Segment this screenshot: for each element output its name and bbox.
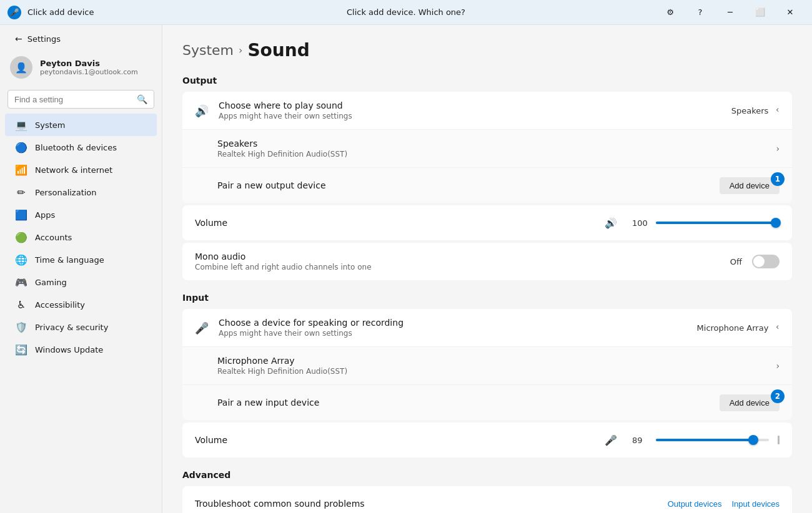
sidebar-item-time[interactable]: 🌐 Time & language (5, 248, 157, 271)
volume-icon: 🔊 (605, 217, 617, 229)
mono-audio-subtitle: Combine left and right audio channels in… (195, 263, 723, 271)
output-card: 🔊 Choose where to play sound Apps might … (182, 92, 792, 203)
choose-input-right: Microphone Array › (697, 323, 780, 333)
sidebar-item-update[interactable]: 🔄 Windows Update (5, 338, 157, 361)
input-volume-row[interactable]: Volume 🎤 89 (182, 423, 792, 457)
sidebar-item-label-accessibility: Accessibility (35, 300, 85, 310)
mic-array-subtitle: Realtek High Definition Audio(SST) (217, 367, 776, 376)
output-volume-slider[interactable] (656, 222, 780, 224)
speakers-subtitle: Realtek High Definition Audio(SST) (217, 150, 776, 159)
speakers-title: Speakers (217, 139, 776, 149)
choose-output-content: Choose where to play sound Apps might ha… (219, 100, 724, 120)
bluetooth-icon: 🔵 (15, 141, 27, 154)
add-input-badge-wrapper: Add device 2 (720, 394, 780, 411)
breadcrumb: System › Sound (182, 40, 792, 61)
input-chevron-up-icon: › (776, 323, 780, 333)
output-devices-link[interactable]: Output devices (668, 499, 722, 509)
speakers-label: Speakers (731, 106, 769, 115)
mono-audio-card: Mono audio Combine left and right audio … (182, 243, 792, 280)
choose-output-row[interactable]: 🔊 Choose where to play sound Apps might … (182, 92, 792, 130)
input-volume-card: Volume 🎤 89 (182, 423, 792, 457)
input-devices-link[interactable]: Input devices (731, 499, 780, 509)
breadcrumb-system[interactable]: System (182, 42, 234, 58)
output-volume-row[interactable]: Volume 🔊 100 (182, 205, 792, 240)
avatar: 👤 (10, 56, 32, 79)
settings-icon-btn[interactable]: ⚙ (656, 2, 685, 23)
output-volume-right: 🔊 100 (605, 217, 780, 229)
mono-audio-right: Off (730, 255, 780, 268)
main-content: System › Sound Output 🔊 Choose where to … (162, 25, 812, 513)
advanced-card: Troubleshoot common sound problems Outpu… (182, 486, 792, 513)
back-to-settings[interactable]: ← Settings (5, 30, 157, 47)
sidebar-item-accessibility[interactable]: ♿ Accessibility (5, 293, 157, 316)
sidebar-item-label-time: Time & language (35, 255, 104, 265)
speakers-row[interactable]: Speakers Realtek High Definition Audio(S… (182, 130, 792, 168)
minimize-btn[interactable]: ─ (716, 2, 745, 23)
settings-back-label: Settings (27, 34, 61, 44)
app-title: Click add device (27, 7, 94, 17)
advanced-section-title: Advanced (182, 470, 792, 480)
output-volume-value: 100 (632, 218, 651, 228)
add-output-badge-wrapper: Add device 1 (720, 177, 780, 194)
accounts-icon: 🟢 (15, 231, 27, 243)
user-info: Peyton Davis peytondavis.1@outlook.com (40, 59, 138, 76)
close-btn[interactable]: ✕ (776, 2, 805, 23)
troubleshoot-title: Troubleshoot common sound problems (195, 499, 660, 509)
sidebar-item-gaming[interactable]: 🎮 Gaming (5, 271, 157, 293)
slider-end-tick (778, 436, 780, 444)
mono-audio-state: Off (730, 257, 742, 266)
speakers-chevron-icon: › (776, 144, 780, 154)
search-input[interactable] (14, 95, 132, 104)
sidebar-item-network[interactable]: 📶 Network & internet (5, 159, 157, 181)
breadcrumb-current: Sound (247, 40, 309, 61)
privacy-icon: 🛡️ (15, 321, 27, 333)
gaming-icon: 🎮 (15, 276, 27, 288)
sidebar-item-label-privacy: Privacy & security (35, 323, 108, 332)
input-device-badge: 2 (771, 389, 785, 403)
sidebar-item-label-personalization: Personalization (35, 188, 97, 197)
sidebar-item-apps[interactable]: 🟦 Apps (5, 203, 157, 226)
search-box[interactable]: 🔍 (7, 90, 154, 109)
speaker-icon: 🔊 (195, 104, 209, 117)
sidebar-item-label-bluetooth: Bluetooth & devices (35, 143, 117, 152)
help-btn[interactable]: ? (686, 2, 715, 23)
sidebar-item-label-network: Network & internet (35, 165, 112, 175)
pair-input-right: Add device 2 (720, 394, 780, 411)
toggle-thumb (753, 256, 765, 267)
choose-input-title: Choose a device for speaking or recordin… (219, 318, 690, 328)
app-logo: 🎤 (7, 6, 21, 19)
sidebar-item-accounts[interactable]: 🟢 Accounts (5, 226, 157, 248)
pair-input-title: Pair a new input device (217, 398, 712, 408)
network-icon: 📶 (15, 164, 27, 176)
window-controls: ⚙ ? ─ ⬜ ✕ (656, 2, 805, 23)
mono-audio-title: Mono audio (195, 252, 723, 261)
user-email: peytondavis.1@outlook.com (40, 68, 138, 76)
choose-output-right: Speakers › (731, 105, 780, 115)
sidebar-item-label-system: System (35, 120, 65, 130)
input-volume-value: 89 (632, 436, 651, 445)
update-icon: 🔄 (15, 343, 27, 356)
sidebar-item-bluetooth[interactable]: 🔵 Bluetooth & devices (5, 136, 157, 159)
output-device-badge: 1 (771, 172, 785, 186)
choose-output-title: Choose where to play sound (219, 100, 724, 110)
titlebar: 🎤 Click add device Click add device. Whi… (0, 0, 812, 25)
mic-array-title: Microphone Array (217, 356, 776, 366)
sidebar-item-system[interactable]: 💻 System (5, 114, 157, 136)
sidebar-item-label-gaming: Gaming (35, 278, 67, 287)
breadcrumb-arrow-icon: › (239, 44, 242, 56)
sidebar-item-privacy[interactable]: 🛡️ Privacy & security (5, 316, 157, 338)
restore-btn[interactable]: ⬜ (746, 2, 775, 23)
sidebar-item-label-update: Windows Update (35, 345, 103, 354)
sidebar: ← Settings 👤 Peyton Davis peytondavis.1@… (0, 25, 162, 513)
input-card: 🎤 Choose a device for speaking or record… (182, 309, 792, 420)
mic-array-content: Microphone Array Realtek High Definition… (217, 356, 776, 376)
sidebar-item-label-apps: Apps (35, 210, 55, 220)
mono-audio-toggle[interactable] (752, 255, 780, 268)
input-section-title: Input (182, 293, 792, 303)
input-volume-slider[interactable] (656, 439, 769, 441)
sidebar-item-personalization[interactable]: ✏️ Personalization (5, 181, 157, 203)
microphone-array-row[interactable]: Microphone Array Realtek High Definition… (182, 347, 792, 385)
mic-array-chevron-icon: › (776, 361, 780, 371)
pair-output-content: Pair a new output device (217, 180, 712, 190)
choose-input-row[interactable]: 🎤 Choose a device for speaking or record… (182, 309, 792, 347)
